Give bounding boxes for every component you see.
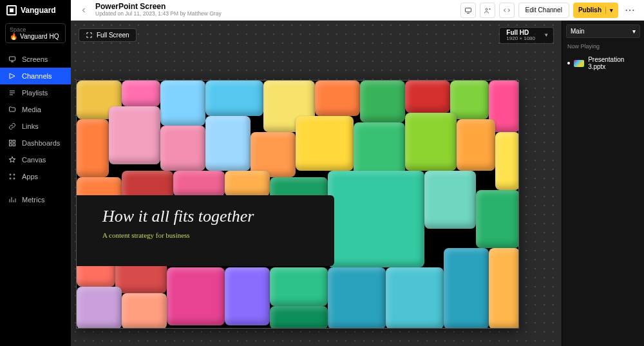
sidebar: Vanguard Space 🔥 Vanguard HQ Screens Cha… (0, 0, 71, 346)
svg-rect-2 (13, 140, 15, 143)
bullet-icon (567, 62, 570, 64)
header-actions: Edit Channel Publish ▾ ⋯ (460, 3, 638, 18)
sidebar-item-metrics[interactable]: Metrics (0, 191, 71, 208)
sidebar-item-label: Media (22, 106, 41, 113)
brand: Vanguard (0, 0, 71, 21)
slide-subtitle: A content strategy for business (102, 231, 316, 239)
svg-rect-4 (13, 144, 15, 146)
playlist-panel: Main ▾ Now Playing Presentation 3.pptx (562, 21, 644, 346)
slide-title-box: How it all fits together A content strat… (77, 195, 334, 266)
zone-select[interactable]: Main ▾ (566, 24, 640, 38)
slide-title: How it all fits together (102, 207, 316, 226)
svg-rect-3 (10, 144, 12, 146)
apps-icon (8, 172, 17, 181)
zone-label: Main (571, 28, 585, 35)
sidebar-item-canvas[interactable]: Canvas (0, 151, 71, 168)
sidebar-item-label: Dashboards (22, 139, 60, 147)
svg-rect-0 (10, 57, 15, 61)
sidebar-item-dashboards[interactable]: Dashboards (0, 135, 71, 151)
sidebar-item-media[interactable]: Media (0, 101, 71, 118)
publish-label: Publish (578, 6, 601, 14)
sidebar-item-label: Links (22, 122, 39, 130)
now-playing-label: Now Playing (567, 43, 639, 50)
svg-point-5 (10, 174, 11, 175)
embed-button[interactable] (499, 3, 515, 18)
sidebar-item-channels[interactable]: Channels (0, 68, 71, 84)
playlist-item[interactable]: Presentation 3.pptx (566, 53, 640, 73)
brand-name: Vanguard (21, 6, 56, 15)
svg-point-7 (10, 178, 11, 179)
svg-rect-1 (10, 140, 12, 143)
canvas-toolbar: Full Screen Full HD 1920 × 1080 (79, 27, 554, 44)
monitor-icon (8, 55, 17, 64)
space-name-text: Vanguard HQ (20, 33, 59, 40)
sidebar-item-label: Channels (22, 72, 52, 80)
sidebar-item-playlists[interactable]: Playlists (0, 84, 71, 101)
chevron-down-icon: ▾ (605, 7, 613, 14)
share-button[interactable] (480, 3, 495, 18)
metrics-icon (8, 195, 17, 204)
sidebar-item-label: Screens (22, 55, 48, 63)
header-bar: PowerPoint Screen Updated on Jul 11, 202… (71, 0, 644, 21)
publish-button[interactable]: Publish ▾ (573, 3, 618, 18)
nav: Screens Channels Playlists Media Links D… (0, 51, 71, 208)
full-screen-button[interactable]: Full Screen (79, 28, 137, 42)
svg-point-8 (14, 178, 15, 179)
resolution-value: 1920 × 1080 (506, 36, 535, 42)
sidebar-item-label: Canvas (22, 156, 46, 164)
svg-point-10 (486, 8, 488, 10)
svg-rect-9 (465, 8, 471, 12)
playlist-thumbnail (574, 60, 584, 67)
resolution-select[interactable]: Full HD 1920 × 1080 (499, 27, 554, 44)
sidebar-item-label: Playlists (22, 89, 48, 97)
dashboard-icon (8, 139, 17, 148)
space-selector[interactable]: Space 🔥 Vanguard HQ (5, 23, 66, 43)
slide-preview[interactable]: How it all fits together A content strat… (76, 80, 519, 329)
channels-icon (8, 72, 17, 81)
playlist-icon (8, 88, 17, 97)
canvas-area: Full Screen Full HD 1920 × 1080 (71, 21, 562, 346)
sidebar-item-apps[interactable]: Apps (0, 168, 71, 185)
sidebar-item-label: Metrics (22, 196, 44, 204)
sidebar-item-screens[interactable]: Screens (0, 51, 71, 68)
sidebar-item-links[interactable]: Links (0, 118, 71, 135)
brand-icon (6, 5, 17, 15)
space-emoji: 🔥 (10, 33, 17, 40)
svg-point-6 (14, 174, 15, 175)
playlist-item-label: Presentation 3.pptx (588, 56, 639, 70)
edit-channel-button[interactable]: Edit Channel (518, 3, 569, 18)
main: PowerPoint Screen Updated on Jul 11, 202… (71, 0, 644, 346)
canvas-icon (8, 155, 17, 164)
fullscreen-icon (86, 32, 93, 39)
link-icon (8, 122, 17, 131)
space-label: Space (10, 26, 61, 33)
page-subtitle: Updated on Jul 11, 2023, 1:43 PM by Matt… (95, 11, 455, 17)
folder-icon (8, 105, 17, 114)
full-screen-label: Full Screen (97, 32, 129, 39)
sidebar-item-label: Apps (22, 173, 38, 180)
cast-button[interactable] (460, 3, 476, 18)
chevron-down-icon: ▾ (632, 28, 636, 35)
more-button[interactable]: ⋯ (622, 3, 638, 18)
back-button[interactable] (77, 4, 90, 17)
